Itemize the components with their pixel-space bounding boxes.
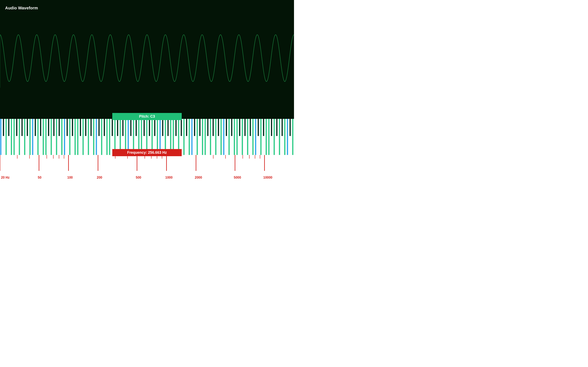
piano-key-black[interactable] — [194, 119, 195, 136]
piano-key-white[interactable] — [279, 119, 280, 155]
piano-key-white[interactable] — [106, 119, 108, 155]
piano-key-white[interactable] — [88, 119, 89, 155]
piano-key-white[interactable] — [11, 119, 12, 155]
piano-key-black[interactable] — [136, 119, 137, 136]
piano-key-black[interactable] — [104, 119, 105, 136]
piano-key-c[interactable] — [287, 119, 288, 155]
piano-key-black[interactable] — [48, 119, 49, 136]
piano-key-white[interactable] — [109, 119, 110, 155]
piano-key-black[interactable] — [258, 119, 259, 136]
piano-key-white[interactable] — [37, 119, 39, 155]
piano-key-white[interactable] — [234, 119, 235, 155]
piano-key-c[interactable] — [223, 119, 224, 155]
piano-key-white[interactable] — [93, 119, 94, 155]
piano-key-white[interactable] — [236, 119, 238, 155]
piano-key-white[interactable] — [24, 119, 25, 155]
piano-key-black[interactable] — [149, 119, 150, 136]
piano-key-c[interactable] — [64, 119, 65, 155]
piano-key-black[interactable] — [154, 119, 155, 136]
piano-key-white[interactable] — [56, 119, 57, 155]
piano-key-white[interactable] — [6, 119, 7, 155]
piano-key-black[interactable] — [21, 119, 23, 136]
piano-key-white[interactable] — [19, 119, 20, 155]
piano-key-black[interactable] — [53, 119, 54, 136]
piano-key-black[interactable] — [290, 119, 291, 136]
piano-key-black[interactable] — [35, 119, 36, 136]
piano-key-black[interactable] — [231, 119, 232, 136]
piano-key-white[interactable] — [29, 119, 31, 155]
piano-key-black[interactable] — [162, 119, 163, 136]
piano-key-white[interactable] — [284, 119, 285, 155]
piano-key-c[interactable] — [0, 119, 1, 155]
piano-key-white[interactable] — [51, 119, 52, 155]
piano-key-black[interactable] — [167, 119, 169, 136]
piano-key-c[interactable] — [32, 119, 33, 155]
piano-key-black[interactable] — [239, 119, 240, 136]
piano-key-white[interactable] — [197, 119, 198, 155]
ruler-tick-label: 10000 — [263, 176, 273, 179]
piano-key-white[interactable] — [228, 119, 230, 155]
piano-key-white[interactable] — [221, 119, 222, 155]
piano-key-white[interactable] — [215, 119, 216, 155]
ruler-tick-label: 200 — [97, 176, 102, 179]
piano-key-black[interactable] — [8, 119, 9, 136]
piano-key-white[interactable] — [77, 119, 78, 155]
piano-key-black[interactable] — [59, 119, 60, 136]
piano-key-white[interactable] — [292, 119, 293, 155]
piano-key-black[interactable] — [175, 119, 177, 136]
piano-key-black[interactable] — [181, 119, 182, 136]
piano-key-white[interactable] — [101, 119, 102, 155]
piano-key-white[interactable] — [13, 119, 15, 155]
piano-key-black[interactable] — [85, 119, 86, 136]
piano-key-c[interactable] — [255, 119, 256, 155]
piano-key-black[interactable] — [3, 119, 4, 136]
piano-key-white[interactable] — [189, 119, 190, 155]
frequency-label-prefix: Frequency: — [127, 150, 148, 155]
piano-key-white[interactable] — [260, 119, 261, 155]
piano-key-c[interactable] — [191, 119, 192, 155]
piano-key-black[interactable] — [72, 119, 73, 136]
piano-key-black[interactable] — [276, 119, 277, 136]
piano-key-white[interactable] — [210, 119, 211, 155]
piano-key-white[interactable] — [205, 119, 206, 155]
piano-key-white[interactable] — [45, 119, 47, 155]
piano-key-white[interactable] — [61, 119, 62, 155]
piano-key-black[interactable] — [16, 119, 17, 136]
piano-key-white[interactable] — [252, 119, 254, 155]
piano-key-c[interactable] — [96, 119, 97, 155]
piano-key-white[interactable] — [183, 119, 185, 155]
piano-key-white[interactable] — [43, 119, 44, 155]
piano-key-black[interactable] — [218, 119, 219, 136]
frequency-ruler[interactable]: 20 Hz5010020050010002000500010000 — [0, 155, 294, 184]
piano-key-white[interactable] — [75, 119, 76, 155]
piano-key-black[interactable] — [271, 119, 272, 136]
piano-key-black[interactable] — [199, 119, 200, 136]
piano-key-black[interactable] — [244, 119, 246, 136]
piano-key-black[interactable] — [130, 119, 131, 136]
piano-key-black[interactable] — [226, 119, 227, 136]
piano-key-black[interactable] — [282, 119, 283, 136]
piano-key-black[interactable] — [40, 119, 41, 136]
piano-key-black[interactable] — [186, 119, 187, 136]
piano-key-black[interactable] — [117, 119, 118, 136]
piano-key-white[interactable] — [274, 119, 275, 155]
piano-key-white[interactable] — [82, 119, 84, 155]
piano-key-white[interactable] — [202, 119, 203, 155]
piano-key-white[interactable] — [266, 119, 267, 155]
piano-key-white[interactable] — [247, 119, 248, 155]
piano-key-black[interactable] — [213, 119, 214, 136]
piano-key-black[interactable] — [98, 119, 100, 136]
piano-key-black[interactable] — [144, 119, 145, 136]
piano-key-black[interactable] — [112, 119, 113, 136]
piano-key-white[interactable] — [268, 119, 269, 155]
piano-key-black[interactable] — [250, 119, 251, 136]
piano-key-black[interactable] — [207, 119, 208, 136]
piano-key-black[interactable] — [80, 119, 81, 136]
piano-key-black[interactable] — [90, 119, 92, 136]
piano-key-black[interactable] — [263, 119, 264, 136]
piano-key-white[interactable] — [69, 119, 70, 155]
piano-key-white[interactable] — [242, 119, 243, 155]
piano-key-black[interactable] — [122, 119, 123, 136]
piano-key-black[interactable] — [27, 119, 28, 136]
piano-key-black[interactable] — [67, 119, 68, 136]
